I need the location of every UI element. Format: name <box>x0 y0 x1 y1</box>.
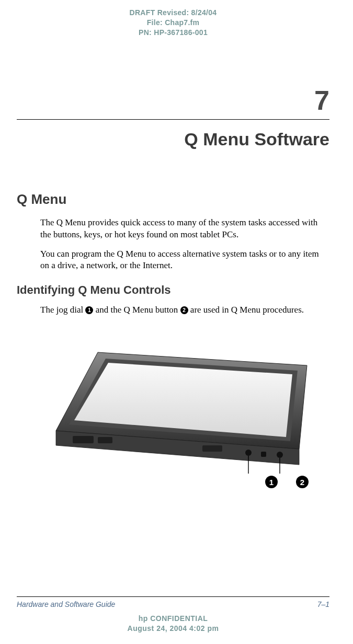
figure-callouts: 1 2 <box>265 476 309 488</box>
callout-1-icon: 1 <box>265 476 278 488</box>
footer-guide-title: Hardware and Software Guide <box>17 600 115 608</box>
text-fragment: are used in Q Menu procedures. <box>188 305 304 315</box>
section-q-menu-heading: Q Menu <box>17 191 329 208</box>
text-fragment: The jog dial <box>40 305 85 315</box>
svg-rect-1 <box>98 437 112 443</box>
header-pn: PN: HP-367186-001 <box>17 28 329 38</box>
footer-metadata: hp CONFIDENTIAL August 24, 2004 4:02 pm <box>17 614 329 634</box>
callout-inline-1-icon: 1 <box>85 306 93 314</box>
header-metadata: DRAFT Revised: 8/24/04 File: Chap7.fm PN… <box>17 8 329 38</box>
header-file: File: Chap7.fm <box>17 18 329 28</box>
footer-confidential: hp CONFIDENTIAL <box>17 614 329 624</box>
chapter-rule <box>17 119 329 120</box>
section-q-menu-p2: You can program the Q Menu to access alt… <box>40 248 329 272</box>
chapter-title: Q Menu Software <box>17 129 329 150</box>
callout-inline-2-icon: 2 <box>180 306 188 314</box>
footer-rule <box>17 596 329 597</box>
tablet-pc-figure: 1 2 <box>40 337 329 483</box>
tablet-pc-illustration <box>40 337 312 483</box>
svg-point-3 <box>245 450 252 456</box>
text-fragment: and the Q Menu button <box>93 305 180 315</box>
svg-rect-5 <box>261 452 266 457</box>
svg-point-4 <box>277 452 283 458</box>
footer-date: August 24, 2004 4:02 pm <box>17 624 329 634</box>
svg-rect-0 <box>73 436 94 443</box>
callout-2-icon: 2 <box>296 476 309 488</box>
chapter-number: 7 <box>17 85 329 116</box>
section-controls-p1: The jog dial 1 and the Q Menu button 2 a… <box>40 304 329 316</box>
header-draft: DRAFT Revised: 8/24/04 <box>17 8 329 18</box>
svg-rect-2 <box>202 445 222 452</box>
footer-page-number: 7–1 <box>317 600 329 608</box>
section-q-menu-p1: The Q Menu provides quick access to many… <box>40 217 329 241</box>
section-controls-heading: Identifying Q Menu Controls <box>17 283 329 297</box>
footer-line: Hardware and Software Guide 7–1 <box>17 600 329 608</box>
